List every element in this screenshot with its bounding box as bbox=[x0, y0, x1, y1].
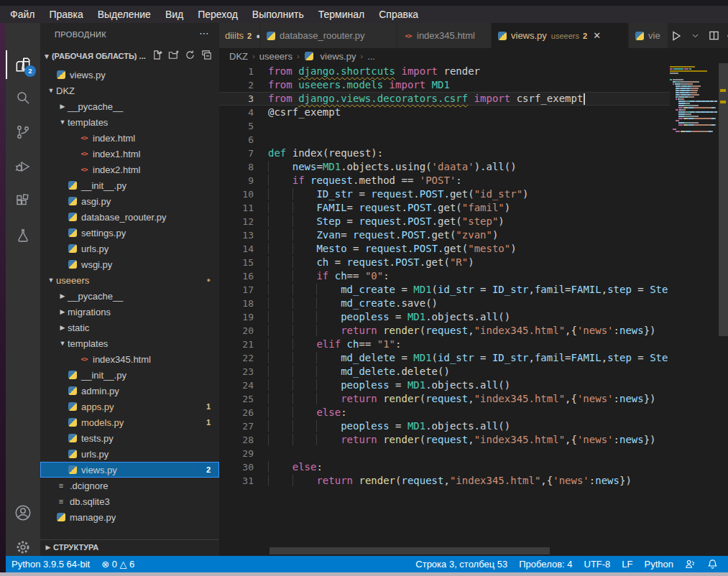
breadcrumb-segment[interactable]: useeers bbox=[259, 51, 292, 62]
activitybar-search[interactable] bbox=[6, 82, 40, 113]
status-eol[interactable]: LF bbox=[616, 559, 638, 570]
tab-diiits[interactable]: diiits2● bbox=[219, 23, 260, 48]
notifications-bell-icon[interactable] bbox=[701, 559, 724, 570]
outline-section-header[interactable]: ▶ СТРУКТУРА bbox=[40, 539, 219, 554]
breadcrumb-separator: › bbox=[297, 52, 300, 60]
tree-item-manage.py[interactable]: manage.py bbox=[40, 509, 219, 525]
line-number: 18 bbox=[219, 297, 254, 310]
activitybar-extensions[interactable] bbox=[6, 185, 40, 217]
tab-vie[interactable]: vie bbox=[629, 23, 668, 48]
tree-item-label: templates bbox=[68, 338, 108, 349]
tree-item-apps.py[interactable]: apps.py1 bbox=[40, 399, 219, 414]
tree-item-models.py[interactable]: models.py1 bbox=[40, 414, 219, 430]
tree-item-.dcignore[interactable]: ≡.dcignore bbox=[40, 478, 219, 493]
explorer-more-actions-icon[interactable]: ⋯ bbox=[199, 27, 209, 39]
collapse-folders-icon[interactable] bbox=[201, 50, 212, 62]
new-folder-icon[interactable] bbox=[168, 50, 179, 62]
horizontal-scrollbar-thumb[interactable] bbox=[269, 547, 550, 554]
horizontal-scrollbar[interactable] bbox=[269, 547, 661, 554]
tab-views.py[interactable]: views.pyuseeers2✕ bbox=[492, 23, 629, 48]
breadcrumb-segment[interactable]: ... bbox=[367, 51, 375, 62]
tree-item-label: tests.py bbox=[81, 433, 114, 444]
tree-item-__init__.py[interactable]: __init__.py bbox=[40, 177, 219, 193]
tree-item-__pycache__[interactable]: ▶__pycache__ bbox=[40, 98, 219, 114]
status-cursor-position[interactable]: Строка 3, столбец 53 bbox=[410, 559, 513, 570]
line-number: 13 bbox=[219, 228, 254, 242]
code-line-text bbox=[254, 447, 268, 460]
status-language-mode[interactable]: Python bbox=[639, 559, 679, 570]
file-icon: ≡ bbox=[56, 481, 66, 490]
status-encoding[interactable]: UTF-8 bbox=[579, 559, 617, 570]
tree-item-migrations[interactable]: ▶migrations bbox=[40, 304, 219, 320]
tree-item-DKZ[interactable]: ▼DKZ bbox=[40, 83, 219, 98]
refresh-explorer-icon[interactable] bbox=[185, 50, 195, 62]
tree-item-index1.html[interactable]: <>index1.html bbox=[40, 146, 219, 162]
status-problems[interactable]: ⊗ 0 △ 6 bbox=[96, 559, 140, 570]
workspace-section-header[interactable]: ▼ (РАБОЧАЯ ОБЛАСТЬ) ... bbox=[40, 47, 219, 65]
activitybar-account[interactable] bbox=[6, 497, 40, 529]
code-editor[interactable]: 1from django.shortcuts import render2fro… bbox=[219, 65, 670, 531]
python-file-icon bbox=[68, 244, 78, 253]
minimap-line bbox=[670, 126, 719, 128]
breadcrumb-segment[interactable]: views.py bbox=[304, 51, 356, 62]
tree-item-views.py[interactable]: views.py2 bbox=[40, 462, 219, 478]
status-python-interpreter[interactable]: Python 3.9.5 64-bit bbox=[6, 559, 96, 570]
menu-item-Переход[interactable]: Переход bbox=[190, 6, 245, 23]
menu-item-Справка[interactable]: Справка bbox=[372, 6, 425, 23]
breadcrumb-segment[interactable]: DKZ bbox=[229, 51, 248, 62]
tree-item-label: apps.py bbox=[81, 401, 114, 412]
tab-label: vie bbox=[648, 30, 660, 41]
vertical-scrollbar[interactable] bbox=[719, 42, 728, 556]
tweet-feedback-icon[interactable] bbox=[679, 559, 701, 570]
tree-item-index.html[interactable]: <>index.html bbox=[40, 130, 219, 146]
tab-database_roouter.py[interactable]: database_roouter.py bbox=[260, 23, 397, 48]
problems-badge: 1 bbox=[206, 402, 211, 411]
menu-item-Терминал[interactable]: Терминал bbox=[311, 6, 372, 23]
tab-label: index345.html bbox=[417, 30, 475, 41]
tree-item-settings.py[interactable]: settings.py bbox=[40, 225, 219, 241]
tree-item-index345.html[interactable]: <>index345.html bbox=[40, 351, 219, 367]
minimap-line bbox=[670, 94, 719, 96]
tree-item-admin.py[interactable]: admin.py bbox=[40, 383, 219, 399]
line-number: 12 bbox=[219, 215, 254, 228]
code-line: 20 return render(request,"index345.html"… bbox=[219, 324, 670, 338]
code-line-text: Step = request.POST.get("step") bbox=[254, 215, 504, 228]
menu-item-Вид[interactable]: Вид bbox=[158, 6, 190, 23]
tree-item-static[interactable]: ▶static bbox=[40, 320, 219, 335]
run-dropdown-button[interactable] bbox=[687, 27, 703, 45]
close-tab-icon[interactable]: ✕ bbox=[593, 30, 601, 41]
minimap[interactable] bbox=[670, 65, 719, 531]
tree-item-asgi.py[interactable]: asgi.py bbox=[40, 193, 219, 209]
new-file-icon[interactable] bbox=[152, 50, 162, 62]
menu-item-Выделение[interactable]: Выделение bbox=[91, 6, 158, 23]
activitybar-explorer[interactable]: 2 bbox=[6, 49, 40, 80]
tree-item-urls.py[interactable]: urls.py bbox=[40, 446, 219, 462]
menu-item-Правка[interactable]: Правка bbox=[42, 6, 90, 23]
tree-item-useeers[interactable]: ▼useeers● bbox=[40, 272, 219, 288]
menu-bar: ФайлПравкаВыделениеВидПереходВыполнитьТе… bbox=[0, 6, 728, 23]
tree-item-__pycache__[interactable]: ▶__pycache__ bbox=[40, 288, 219, 304]
run-python-file-button[interactable] bbox=[668, 27, 684, 45]
menu-item-Файл[interactable]: Файл bbox=[3, 6, 42, 23]
tree-item-db.sqlite3[interactable]: ≡db.sqlite3 bbox=[40, 493, 219, 509]
tree-item-__init__.py[interactable]: __init__.py bbox=[40, 367, 219, 383]
tree-item-index2.html[interactable]: <>index2.html bbox=[40, 162, 219, 177]
tree-item-templates[interactable]: ▼templates bbox=[40, 335, 219, 351]
tab-index345.html[interactable]: <>index345.html bbox=[397, 23, 492, 48]
status-indentation[interactable]: Пробелов: 4 bbox=[513, 559, 578, 570]
tree-item-tests.py[interactable]: tests.py bbox=[40, 430, 219, 446]
tree-item-urls.py[interactable]: urls.py bbox=[40, 241, 219, 256]
line-number: 8 bbox=[219, 160, 254, 174]
activitybar-testing[interactable] bbox=[6, 220, 40, 251]
tree-item-templates[interactable]: ▼templates bbox=[40, 114, 219, 130]
tree-item-wsgi.py[interactable]: wsgi.py bbox=[40, 256, 219, 272]
tab-label: views.py bbox=[511, 30, 547, 41]
tree-item-views.py[interactable]: views.py bbox=[40, 67, 219, 83]
tree-item-label: __init__.py bbox=[81, 370, 126, 381]
activitybar-run-and-debug[interactable] bbox=[6, 151, 40, 182]
activitybar-source-control[interactable] bbox=[6, 116, 40, 148]
menu-item-Выполнить[interactable]: Выполнить bbox=[245, 6, 311, 23]
vertical-scrollbar-thumb[interactable] bbox=[719, 63, 728, 336]
tree-item-database_roouter.py[interactable]: database_roouter.py bbox=[40, 209, 219, 225]
tree-item-label: migrations bbox=[68, 307, 111, 317]
